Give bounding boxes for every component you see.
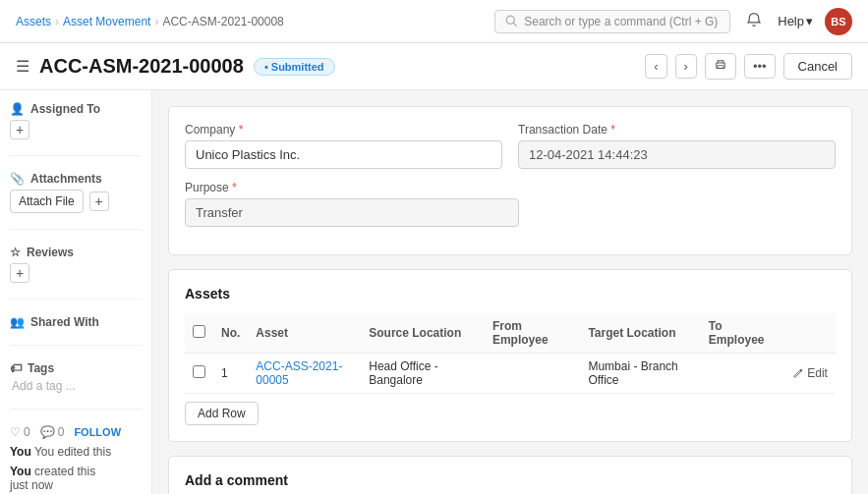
svg-line-1: [514, 24, 517, 27]
top-nav: Assets › Asset Movement › ACC-ASM-2021-0…: [0, 0, 868, 43]
attach-file-button[interactable]: Attach File: [10, 190, 84, 213]
divider-2: [10, 229, 142, 230]
comment-count-button[interactable]: 💬 0: [40, 425, 65, 439]
form-card: Company * Transaction Date * Purpose *: [168, 106, 852, 255]
col-target-location: Target Location: [580, 313, 700, 354]
star-icon: ☆: [10, 246, 21, 259]
prev-button[interactable]: ‹: [645, 54, 666, 79]
assigned-to-section: 👤 Assigned To +: [10, 102, 142, 139]
attach-add-button[interactable]: +: [89, 192, 109, 211]
shared-with-label: Shared With: [30, 315, 99, 329]
search-bar[interactable]: Search or type a command (Ctrl + G): [494, 10, 730, 33]
col-to-employee: To Employee: [701, 313, 784, 354]
breadcrumb-sep-2: ›: [154, 15, 158, 28]
col-asset: Asset: [248, 313, 361, 354]
row-from-employee: [485, 354, 581, 394]
col-source-location: Source Location: [361, 313, 485, 354]
tags-section: 🏷 Tags Add a tag ...: [10, 361, 142, 393]
breadcrumb-assets[interactable]: Assets: [16, 15, 51, 28]
search-icon: [505, 15, 518, 27]
assets-card: Assets No. Asset Source Location From Em…: [168, 269, 852, 442]
row-edit-cell: Edit: [784, 354, 836, 394]
activity-edited: You You edited this: [10, 445, 142, 459]
cancel-button[interactable]: Cancel: [783, 53, 852, 80]
comment-title: Add a comment: [185, 472, 836, 488]
page-title: ACC-ASM-2021-00008: [39, 55, 244, 78]
activity-created-time: just now: [10, 478, 53, 492]
asset-link[interactable]: ACC-ASS-2021-00005: [256, 359, 342, 387]
purpose-group: Purpose *: [185, 181, 519, 227]
company-required: *: [239, 123, 244, 137]
add-tag-placeholder[interactable]: Add a tag ...: [10, 379, 142, 393]
page-header-left: ☰ ACC-ASM-2021-00008 • Submitted: [16, 55, 335, 78]
transaction-date-input[interactable]: [518, 140, 836, 169]
divider-3: [10, 299, 142, 300]
divider-5: [10, 409, 142, 410]
attachment-icon: 📎: [10, 172, 25, 186]
next-button[interactable]: ›: [675, 54, 697, 79]
row-to-employee: [701, 354, 784, 394]
purpose-input[interactable]: [185, 198, 519, 227]
content-area: Company * Transaction Date * Purpose *: [152, 90, 868, 494]
sidebar-bottom: ♡ 0 💬 0 FOLLOW You You edited this You c…: [10, 425, 142, 492]
attachments-section: 📎 Attachments Attach File +: [10, 172, 142, 213]
follow-button[interactable]: FOLLOW: [74, 426, 121, 438]
col-no: No.: [213, 313, 248, 354]
chevron-down-icon: ▾: [806, 14, 813, 28]
transaction-date-group: Transaction Date *: [518, 123, 836, 169]
tag-icon: 🏷: [10, 361, 22, 375]
search-placeholder: Search or type a command (Ctrl + G): [524, 15, 718, 28]
activity-created: You created this just now: [10, 465, 142, 492]
comments-count: 0: [58, 425, 65, 439]
transaction-date-required: *: [610, 123, 615, 137]
divider-1: [10, 155, 142, 156]
assigned-to-add-button[interactable]: +: [10, 120, 29, 139]
notification-icon[interactable]: [742, 8, 766, 34]
status-badge: • Submitted: [254, 58, 335, 76]
attachments-label: Attachments: [30, 172, 102, 186]
likes-count: 0: [24, 425, 30, 439]
transaction-date-label: Transaction Date *: [518, 123, 836, 137]
table-row: 1 ACC-ASS-2021-00005 Head Office - Banga…: [185, 354, 836, 394]
breadcrumb: Assets › Asset Movement › ACC-ASM-2021-0…: [16, 15, 284, 28]
shared-with-section: 👥 Shared With: [10, 315, 142, 329]
tags-label: Tags: [28, 361, 54, 375]
main-layout: 👤 Assigned To + 📎 Attachments Attach Fil…: [0, 90, 868, 494]
page-header: ☰ ACC-ASM-2021-00008 • Submitted ‹ › •••…: [0, 43, 868, 90]
breadcrumb-sep-1: ›: [55, 15, 59, 28]
reviews-section: ☆ Reviews +: [10, 246, 142, 283]
sidebar: 👤 Assigned To + 📎 Attachments Attach Fil…: [0, 90, 152, 494]
row-checkbox[interactable]: [193, 365, 205, 378]
like-button[interactable]: ♡ 0: [10, 425, 30, 439]
row-checkbox-cell: [185, 354, 213, 394]
row-asset: ACC-ASS-2021-00005: [248, 354, 361, 394]
assets-title: Assets: [185, 286, 836, 302]
shared-icon: 👥: [10, 315, 25, 329]
breadcrumb-asset-movement[interactable]: Asset Movement: [63, 15, 150, 28]
avatar[interactable]: BS: [825, 8, 852, 35]
form-row-2: Purpose *: [185, 181, 836, 227]
row-target-location: Mumbai - Branch Office: [580, 354, 700, 394]
pencil-icon: [792, 367, 804, 379]
assets-table: No. Asset Source Location From Employee …: [185, 313, 836, 394]
row-no: 1: [213, 354, 248, 394]
user-icon: 👤: [10, 102, 25, 116]
col-from-employee: From Employee: [485, 313, 581, 354]
purpose-required: *: [232, 181, 237, 194]
add-row-button[interactable]: Add Row: [185, 402, 259, 425]
print-icon: [714, 58, 727, 72]
more-button[interactable]: •••: [744, 54, 776, 79]
comment-card: Add a comment: [168, 456, 852, 494]
svg-rect-3: [718, 66, 723, 69]
col-actions: [784, 313, 836, 354]
help-button[interactable]: Help ▾: [778, 14, 813, 28]
comment-icon: 💬: [40, 425, 55, 439]
heart-icon: ♡: [10, 425, 21, 439]
divider-4: [10, 345, 142, 346]
company-input[interactable]: [185, 140, 502, 169]
edit-button[interactable]: Edit: [792, 366, 828, 380]
print-button[interactable]: [705, 53, 736, 80]
reviews-add-button[interactable]: +: [10, 263, 29, 283]
select-all-checkbox[interactable]: [193, 325, 205, 338]
hamburger-icon[interactable]: ☰: [16, 57, 29, 76]
